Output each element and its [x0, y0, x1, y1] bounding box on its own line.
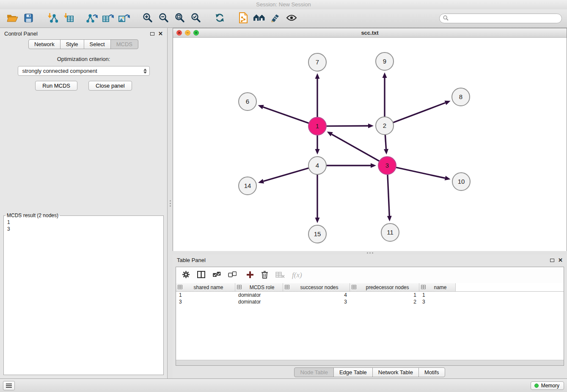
float-panel-icon[interactable]	[150, 32, 154, 36]
zoom-in-button[interactable]	[140, 11, 155, 26]
node-10[interactable]: 10	[452, 173, 470, 190]
close-panel-button[interactable]: Close panel	[88, 81, 132, 91]
optimization-dropdown-value: strongly connected component	[22, 68, 97, 74]
delete-column-button[interactable]	[261, 271, 268, 280]
edge-2-8[interactable]	[393, 103, 446, 123]
arrowhead-1-4	[315, 149, 320, 155]
toolbar-group-file	[5, 11, 36, 26]
fx-icon: f(x)	[292, 271, 302, 279]
arrowhead-1-6	[258, 105, 264, 109]
save-session-button[interactable]	[21, 11, 36, 26]
paint-button[interactable]	[268, 11, 283, 26]
node-14[interactable]: 14	[239, 177, 256, 195]
node-7[interactable]: 7	[308, 53, 326, 71]
tab-motifs[interactable]: Motifs	[418, 367, 445, 377]
node-9[interactable]: 9	[376, 52, 394, 70]
close-panel-icon[interactable]: ✕	[158, 32, 163, 36]
column-header-shared-name[interactable]: shared name	[176, 283, 235, 291]
edge-3-11[interactable]	[388, 174, 389, 216]
table-cell: dominator	[235, 298, 283, 305]
gear-icon	[182, 271, 190, 280]
select-all-button[interactable]	[212, 271, 221, 279]
node-1[interactable]: 1	[308, 117, 326, 135]
column-header-successor-nodes[interactable]: successor nodes	[283, 283, 350, 291]
table-row[interactable]: 3dominator323	[176, 298, 564, 305]
close-window-icon[interactable]: ✕	[176, 30, 182, 36]
column-header-name[interactable]: name	[419, 283, 456, 291]
run-mcds-button[interactable]: Run MCDS	[35, 81, 77, 91]
tab-edge-table[interactable]: Edge Table	[333, 367, 373, 377]
node-15[interactable]: 15	[308, 225, 326, 243]
float-table-panel-icon[interactable]	[550, 259, 554, 262]
column-header-predecessor-nodes[interactable]: predecessor nodes	[350, 283, 419, 291]
zoom-out-button[interactable]	[157, 11, 171, 26]
delete-table-button[interactable]	[275, 271, 285, 279]
node-label-11: 11	[387, 229, 394, 236]
node-8[interactable]: 8	[452, 88, 470, 106]
refresh-icon	[215, 13, 225, 24]
column-label: predecessor nodes	[358, 284, 417, 290]
table-empty-area	[176, 305, 564, 360]
optimization-dropdown[interactable]: strongly connected component	[18, 66, 150, 76]
memory-button[interactable]: Memory	[531, 381, 564, 390]
zoom-fit-button[interactable]	[173, 11, 187, 26]
import-network-button[interactable]	[45, 11, 59, 26]
mcds-result-box: MCDS result (2 nodes) 13	[3, 213, 164, 375]
show-columns-button[interactable]	[197, 271, 205, 279]
edge-4-14[interactable]	[263, 168, 308, 181]
node-6[interactable]: 6	[239, 93, 256, 110]
edge-2-3[interactable]	[385, 135, 386, 149]
zoom-selected-button[interactable]	[189, 11, 203, 26]
tab-select[interactable]: Select	[84, 39, 111, 49]
edge-1-6[interactable]	[263, 107, 309, 123]
edge-3-10[interactable]	[396, 167, 445, 178]
maximize-window-icon[interactable]: +	[193, 30, 199, 36]
plus-icon	[246, 271, 254, 280]
search-input[interactable]	[451, 15, 558, 22]
export-image-icon	[118, 13, 130, 24]
close-table-panel-icon[interactable]: ✕	[558, 258, 563, 262]
function-builder-button[interactable]: f(x)	[292, 271, 302, 279]
table-settings-button[interactable]	[182, 271, 190, 280]
vertical-splitter[interactable]	[168, 28, 173, 378]
column-sort-icon	[285, 284, 289, 290]
edge-1-2[interactable]	[326, 126, 368, 126]
node-4[interactable]: 4	[308, 157, 326, 174]
control-panel: Control Panel ✕ NetworkStyleSelectMCDS O…	[0, 28, 168, 378]
export-image-button[interactable]	[117, 11, 131, 26]
export-network-button[interactable]	[85, 11, 99, 26]
right-column: ✕ − + scc.txt 7968124314101511 Table Pan…	[173, 28, 567, 378]
open-session-button[interactable]	[5, 11, 19, 26]
export-table-button[interactable]	[101, 11, 115, 26]
eye-button[interactable]	[284, 11, 299, 26]
column-header-MCDS-role[interactable]: MCDS role	[235, 283, 283, 291]
node-label-4: 4	[316, 162, 319, 169]
status-menu-button[interactable]	[3, 381, 15, 390]
add-column-button[interactable]	[246, 271, 254, 280]
tab-mcds[interactable]: MCDS	[110, 39, 138, 49]
tab-node-table[interactable]: Node Table	[294, 367, 334, 377]
minimize-window-icon[interactable]: −	[185, 30, 190, 36]
deselect-all-button[interactable]	[228, 271, 237, 279]
network-document-button[interactable]	[236, 11, 250, 26]
node-2[interactable]: 2	[376, 117, 394, 135]
import-table-button[interactable]	[61, 11, 75, 26]
tab-network-table[interactable]: Network Table	[372, 367, 419, 377]
table-row[interactable]: 1dominator411	[176, 292, 564, 298]
horizontal-splitter[interactable]	[173, 251, 567, 254]
toolbar-group-import	[45, 11, 75, 26]
node-11[interactable]: 11	[381, 224, 399, 241]
tab-network[interactable]: Network	[28, 39, 61, 49]
tab-style[interactable]: Style	[60, 39, 84, 49]
memory-label: Memory	[541, 383, 559, 389]
node-3[interactable]: 3	[378, 157, 396, 174]
edge-3-1[interactable]	[332, 134, 380, 161]
network-canvas[interactable]: 7968124314101511	[173, 38, 567, 251]
home-button[interactable]	[252, 11, 267, 26]
refresh-button[interactable]	[212, 11, 227, 26]
node-label-14: 14	[244, 182, 251, 189]
table-cell: 1	[350, 292, 419, 298]
arrowhead-2-9	[383, 72, 387, 78]
table-rows: 1dominator4113dominator323	[176, 292, 564, 305]
column-label: MCDS role	[243, 284, 281, 290]
